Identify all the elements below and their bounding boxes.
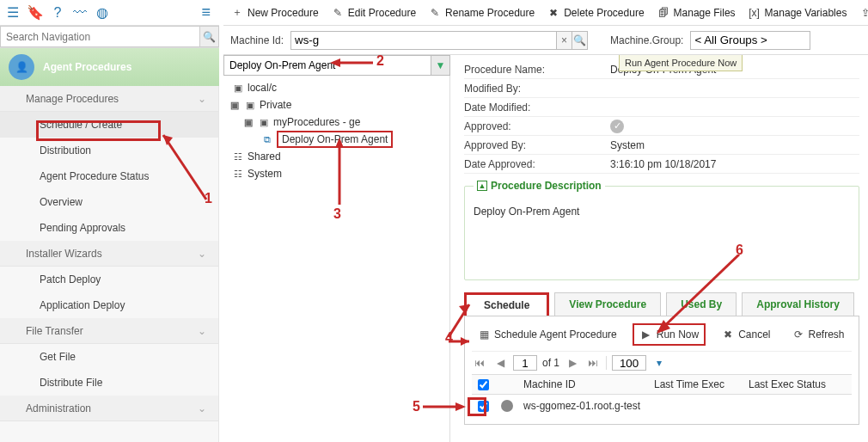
pager-page-input[interactable] — [513, 355, 537, 371]
sidebar-item-distribute-file[interactable]: Distribute File — [0, 370, 218, 396]
rename-procedure-button[interactable]: ✎Rename Procedure — [428, 6, 535, 20]
chevron-down-icon: ⌄ — [198, 325, 206, 337]
clear-machine-button[interactable]: × — [557, 31, 572, 50]
pager-size-input[interactable] — [612, 355, 646, 371]
tab-approval-history[interactable]: Approval History — [742, 292, 854, 316]
section-label: Administration — [26, 402, 91, 414]
drive-icon: ☷ — [232, 168, 244, 180]
list-icon[interactable]: ◍ — [93, 3, 112, 22]
date-modified-key: Date Modified: — [464, 101, 610, 114]
manage-variables-label: Manage Variables — [765, 7, 847, 19]
edit-procedure-label: Edit Procedure — [348, 7, 416, 19]
machine-filter-row: Machine Id: × 🔍 Machine.Group: — [223, 26, 868, 55]
collapse-icon[interactable]: ▣ — [242, 116, 254, 128]
variables-icon: [x] — [748, 6, 761, 20]
desc-title: Procedure Description — [491, 180, 602, 192]
module-avatar-icon: 👤 — [9, 54, 34, 80]
machine-group-label: Machine.Group: — [610, 34, 683, 46]
x-circle-icon: ✖ — [547, 6, 560, 20]
tree-node-system[interactable]: ☷System — [223, 165, 449, 182]
tree-node-myprocedures[interactable]: ▣▣myProcedures - ge — [223, 114, 449, 131]
stats-icon[interactable]: 〰 — [70, 3, 89, 22]
machine-group-select[interactable] — [690, 31, 810, 50]
row-checkbox[interactable] — [478, 401, 489, 412]
tree-filter-input[interactable] — [224, 56, 431, 75]
export-procedure-button[interactable]: ⇪Export Proc — [859, 6, 868, 20]
tab-label: Approval History — [756, 298, 840, 310]
nav-menu-icon[interactable]: ☰ — [3, 3, 22, 22]
manage-variables-button[interactable]: [x]Manage Variables — [748, 6, 847, 20]
col-last-status[interactable]: Last Exec Status — [749, 378, 852, 390]
collapse-icon[interactable]: ▣ — [229, 99, 241, 111]
action-label: Cancel — [738, 328, 770, 341]
tab-label: Schedule — [484, 299, 529, 311]
section-label: Manage Procedures — [26, 93, 119, 105]
chevron-down-icon[interactable]: ▾ — [651, 355, 667, 371]
tree-node-shared[interactable]: ☷Shared — [223, 148, 449, 165]
search-navigation-input[interactable] — [0, 26, 200, 47]
refresh-button[interactable]: ⟳Refresh — [786, 325, 850, 344]
tree-filter-button[interactable]: ▼ — [431, 56, 449, 75]
edit-procedure-button[interactable]: ✎Edit Procedure — [331, 6, 416, 20]
export-icon: ⇪ — [859, 6, 868, 20]
sidebar-item-get-file[interactable]: Get File — [0, 344, 218, 370]
delete-procedure-label: Delete Procedure — [564, 7, 644, 19]
machine-search-button[interactable]: 🔍 — [572, 31, 588, 50]
tab-label: Used By — [681, 298, 722, 310]
col-last-exec[interactable]: Last Time Exec — [654, 378, 749, 390]
pager: ⏮ ◀ of 1 ▶ ⏭ ▾ Run Agent Procedure Now — [472, 351, 852, 371]
pager-next-button[interactable]: ▶ — [565, 355, 580, 371]
sidebar-item-agent-procedure-status[interactable]: Agent Procedure Status — [0, 163, 218, 189]
date-approved-value: 3:16:10 pm 10/18/2017 — [610, 158, 716, 170]
sidebar-item-distribution[interactable]: Distribution — [0, 138, 218, 163]
chevron-down-icon: ⌄ — [198, 248, 206, 260]
sidebar-item-schedule-create[interactable]: Schedule / Create — [0, 112, 218, 138]
sidebar-item-overview[interactable]: Overview — [0, 189, 218, 215]
section-installer-wizards[interactable]: Installer Wizards⌄ — [0, 241, 218, 267]
pager-first-button[interactable]: ⏮ — [472, 355, 487, 371]
cancel-button[interactable]: ✖Cancel — [716, 325, 775, 344]
machine-id-input[interactable] — [290, 31, 557, 50]
search-go-button[interactable]: 🔍 — [200, 26, 219, 47]
tab-view-procedure[interactable]: View Procedure — [554, 292, 661, 316]
collapse-icon[interactable]: ≡ — [201, 3, 211, 21]
section-file-transfer[interactable]: File Transfer⌄ — [0, 318, 218, 344]
sidebar-item-pending-approvals[interactable]: Pending Approvals — [0, 215, 218, 241]
sidebar-item-patch-deploy[interactable]: Patch Deploy — [0, 267, 218, 292]
run-now-button[interactable]: ▶Run Now — [633, 323, 706, 346]
run-now-tooltip: Run Agent Procedure Now — [619, 55, 743, 71]
chevron-down-icon: ⌄ — [198, 93, 206, 105]
row-machine-id: ws-ggomez-01.root.g-test — [520, 400, 852, 412]
bookmark-icon[interactable]: 🔖 — [26, 3, 45, 22]
tab-used-by[interactable]: Used By — [666, 292, 737, 316]
grid-row[interactable]: ws-ggomez-01.root.g-test — [472, 395, 852, 417]
collapse-box-icon[interactable]: ▲ — [477, 181, 487, 191]
procedure-toolbar: ＋New Procedure ✎Edit Procedure ✎Rename P… — [223, 0, 868, 26]
desc-body: Deploy On-Prem Agent — [474, 206, 850, 218]
tree-node-deploy-onprem-agent[interactable]: ⧉Deploy On-Prem Agent — [223, 131, 449, 148]
col-machine-id[interactable]: Machine ID — [520, 378, 654, 390]
section-administration[interactable]: Administration⌄ — [0, 396, 218, 421]
pager-last-button[interactable]: ⏭ — [585, 355, 601, 371]
sidebar: Manage Procedures⌄ Schedule / Create Dis… — [0, 86, 219, 442]
check-circle-icon: ✓ — [610, 120, 624, 133]
help-icon[interactable]: ? — [48, 3, 67, 22]
search-icon: 🔍 — [203, 31, 216, 43]
rename-procedure-label: Rename Procedure — [445, 7, 535, 19]
pager-prev-button[interactable]: ◀ — [492, 355, 508, 371]
manage-files-label: Manage Files — [674, 7, 736, 19]
manage-files-button[interactable]: 🗐Manage Files — [657, 6, 736, 20]
tree-label: System — [248, 168, 282, 180]
delete-procedure-button[interactable]: ✖Delete Procedure — [547, 6, 644, 20]
rename-icon: ✎ — [428, 6, 442, 20]
tree-node-private[interactable]: ▣▣Private — [223, 96, 449, 114]
schedule-agent-procedure-button[interactable]: ▦Schedule Agent Procedure — [472, 325, 622, 344]
folder-icon: ▣ — [244, 99, 256, 111]
new-procedure-button[interactable]: ＋New Procedure — [230, 6, 319, 20]
section-manage-procedures[interactable]: Manage Procedures⌄ — [0, 86, 218, 112]
sidebar-item-application-deploy[interactable]: Application Deploy — [0, 292, 218, 318]
tree-label: Deploy On-Prem Agent — [277, 131, 393, 148]
tab-schedule[interactable]: Schedule — [464, 292, 549, 316]
select-all-checkbox[interactable] — [478, 379, 489, 390]
tree-node-local[interactable]: ▣local/c — [223, 79, 449, 96]
